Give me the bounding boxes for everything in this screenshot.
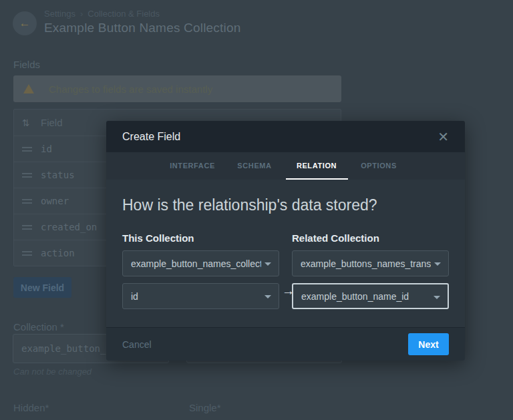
related-field-select[interactable]: example_button_name_id xyxy=(292,283,449,309)
field-name: owner xyxy=(41,196,69,206)
drag-handle-icon[interactable] xyxy=(22,145,32,154)
page-title: Example Button Names Collection xyxy=(44,21,241,35)
modal-footer: Cancel Next xyxy=(106,327,465,361)
modal-tabbar: INTERFACE SCHEMA RELATION OPTIONS xyxy=(106,152,465,180)
chevron-down-icon xyxy=(434,262,441,266)
this-collection-label: This Collection xyxy=(122,232,279,244)
modal-header: Create Field ✕ xyxy=(106,121,465,152)
field-name: created_on xyxy=(41,222,97,232)
close-icon[interactable]: ✕ xyxy=(438,130,449,144)
hidden-field-label: Hidden* xyxy=(13,402,49,413)
single-field-label: Single* xyxy=(189,402,221,413)
breadcrumb-collection-fields[interactable]: Collection & Fields xyxy=(88,9,160,19)
relation-grid: This Collection Related Collection examp… xyxy=(122,232,449,316)
drag-handle-icon[interactable] xyxy=(22,197,32,206)
chevron-down-icon xyxy=(434,296,440,299)
create-field-modal: Create Field ✕ INTERFACE SCHEMA RELATION… xyxy=(106,121,465,361)
fields-section-label: Fields xyxy=(13,59,40,70)
this-field-value: id xyxy=(131,291,261,302)
drag-handle-icon[interactable] xyxy=(22,171,32,180)
back-button[interactable]: ← xyxy=(13,11,37,35)
relation-arrow-icon: → xyxy=(282,284,295,297)
drag-handle-icon[interactable] xyxy=(22,223,32,232)
field-name: id xyxy=(41,144,52,154)
chevron-down-icon xyxy=(265,295,271,298)
collection-field-hint: Can not be changed xyxy=(13,367,92,377)
related-collection-select[interactable]: example_buttons_names_translations xyxy=(292,250,449,276)
field-name: action xyxy=(41,248,75,258)
sort-icon[interactable]: ⇅ xyxy=(22,118,34,128)
notice-text: Changes to fields are saved instantly xyxy=(49,83,212,95)
field-column-header: Field xyxy=(41,117,63,128)
breadcrumb: Settings › Collection & Fields xyxy=(44,9,160,19)
breadcrumb-settings[interactable]: Settings xyxy=(44,9,75,19)
related-field-value: example_button_name_id xyxy=(301,291,430,302)
this-collection-select[interactable]: example_button_names_collection xyxy=(122,250,279,276)
cancel-button[interactable]: Cancel xyxy=(122,339,152,350)
chevron-down-icon xyxy=(265,262,271,266)
tab-relation[interactable]: RELATION xyxy=(286,152,348,180)
related-collection-value: example_buttons_names_translations xyxy=(301,258,431,269)
new-field-button[interactable]: New Field xyxy=(13,277,71,298)
next-button[interactable]: Next xyxy=(408,333,449,355)
tab-schema[interactable]: SCHEMA xyxy=(224,152,286,180)
modal-title: Create Field xyxy=(122,131,180,143)
fields-notice-banner: Changes to fields are saved instantly xyxy=(13,75,341,102)
warning-icon xyxy=(23,84,34,93)
collection-field-label: Collection * xyxy=(13,321,64,333)
breadcrumb-separator: › xyxy=(80,9,83,19)
related-collection-label: Related Collection xyxy=(292,232,449,244)
field-name: status xyxy=(41,170,75,180)
back-arrow-icon: ← xyxy=(19,17,31,30)
relation-question: How is the relationship's data stored? xyxy=(122,196,449,214)
tab-interface[interactable]: INTERFACE xyxy=(162,152,224,180)
drag-handle-icon[interactable] xyxy=(22,249,32,258)
this-collection-value: example_button_names_collection xyxy=(131,258,261,269)
tab-options[interactable]: OPTIONS xyxy=(348,152,410,180)
modal-body: How is the relationship's data stored? T… xyxy=(106,180,465,327)
this-field-select[interactable]: id xyxy=(122,283,279,309)
